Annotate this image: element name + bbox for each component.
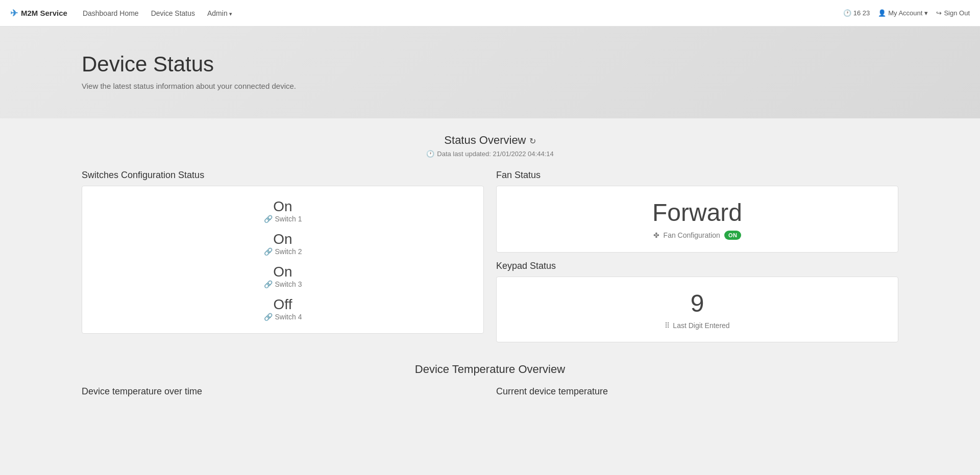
temp-over-time-section: Device temperature over time	[82, 386, 484, 402]
user-icon: 👤	[878, 9, 886, 17]
last-updated: 🕐 Data last updated: 21/01/2022 04:44:14	[82, 150, 898, 158]
switch-1-icon: 🔗	[264, 215, 273, 223]
keypad-section: Keypad Status 9 ⠿ Last Digit Entered	[496, 261, 898, 342]
keypad-value: 9	[691, 289, 704, 317]
keypad-icon: ⠿	[665, 321, 670, 330]
clock-icon: 🕐	[843, 9, 851, 17]
temperature-section: Device Temperature Overview Device tempe…	[82, 363, 898, 402]
keypad-label-text: Last Digit Entered	[673, 321, 729, 330]
fan-section: Fan Status Forward ✤ Fan Configuration O…	[496, 170, 898, 253]
page-title: Device Status	[82, 52, 898, 77]
switches-section: Switches Configuration Status On 🔗 Switc…	[82, 170, 484, 342]
time-value: 16 23	[853, 9, 870, 17]
fan-config-row: ✤ Fan Configuration ON	[653, 231, 742, 240]
switch-3-item: On 🔗 Switch 3	[94, 264, 471, 288]
nav-links: Dashboard Home Device Status Admin	[78, 6, 237, 20]
nav-admin[interactable]: Admin	[202, 6, 237, 20]
page-subtitle: View the latest status information about…	[82, 82, 898, 90]
fan-config-label: Fan Configuration	[664, 231, 720, 239]
account-label: My Account	[888, 9, 922, 17]
right-column: Fan Status Forward ✤ Fan Configuration O…	[496, 170, 898, 342]
keypad-card: 9 ⠿ Last Digit Entered	[496, 277, 898, 342]
fan-on-badge: ON	[724, 231, 742, 240]
fan-card: Forward ✤ Fan Configuration ON	[496, 186, 898, 253]
switch-1-item: On 🔗 Switch 1	[94, 198, 471, 223]
fan-icon: ✤	[653, 231, 659, 239]
last-updated-text: Data last updated: 21/01/2022 04:44:14	[437, 150, 553, 158]
switch-1-label: 🔗 Switch 1	[94, 215, 471, 223]
brand-name: M2M Service	[21, 9, 67, 17]
temp-over-time-label: Device temperature over time	[82, 386, 484, 397]
switch-2-status: On	[94, 231, 471, 247]
switches-card: On 🔗 Switch 1 On 🔗 Switch 2 On	[82, 186, 484, 334]
switch-4-item: Off 🔗 Switch 4	[94, 296, 471, 321]
brand-icon: ✈	[10, 8, 18, 19]
current-temp-label: Current device temperature	[496, 386, 898, 397]
keypad-label-row: ⠿ Last Digit Entered	[665, 321, 729, 330]
clock-small-icon: 🕐	[426, 150, 434, 158]
page-header: Device Status View the latest status inf…	[0, 27, 980, 118]
signout-icon: ↪	[936, 9, 942, 17]
refresh-icon[interactable]: ↻	[529, 137, 536, 145]
clock-display: 🕐 16 23	[843, 9, 870, 17]
sign-out-button[interactable]: ↪ Sign Out	[936, 9, 970, 17]
switch-2-label: 🔗 Switch 2	[94, 247, 471, 256]
navbar-right: 🕐 16 23 👤 My Account ▾ ↪ Sign Out	[843, 9, 970, 17]
signout-label: Sign Out	[944, 9, 970, 17]
fan-section-label: Fan Status	[496, 170, 898, 181]
status-overview-title: Status Overview ↻	[82, 134, 898, 147]
switch-3-status: On	[94, 264, 471, 280]
switch-1-status: On	[94, 198, 471, 215]
switch-4-label: 🔗 Switch 4	[94, 313, 471, 321]
navbar: ✈ M2M Service Dashboard Home Device Stat…	[0, 0, 980, 27]
fan-value: Forward	[652, 198, 742, 227]
keypad-section-label: Keypad Status	[496, 261, 898, 271]
switch-3-label: 🔗 Switch 3	[94, 280, 471, 288]
nav-device-status[interactable]: Device Status	[146, 6, 200, 20]
brand[interactable]: ✈ M2M Service	[10, 8, 67, 19]
nav-dashboard-home[interactable]: Dashboard Home	[78, 6, 144, 20]
switches-section-label: Switches Configuration Status	[82, 170, 484, 181]
temp-overview-title: Device Temperature Overview	[82, 363, 898, 376]
main-content: Status Overview ↻ 🕐 Data last updated: 2…	[0, 118, 980, 417]
switch-4-icon: 🔗	[264, 313, 273, 321]
switch-4-status: Off	[94, 296, 471, 313]
switch-3-icon: 🔗	[264, 280, 273, 288]
current-temp-section: Current device temperature	[496, 386, 898, 402]
switch-2-icon: 🔗	[264, 247, 273, 256]
switch-2-item: On 🔗 Switch 2	[94, 231, 471, 256]
account-caret-icon: ▾	[924, 9, 928, 17]
temp-grid: Device temperature over time Current dev…	[82, 386, 898, 402]
my-account-button[interactable]: 👤 My Account ▾	[878, 9, 928, 17]
status-grid: Switches Configuration Status On 🔗 Switc…	[82, 170, 898, 342]
